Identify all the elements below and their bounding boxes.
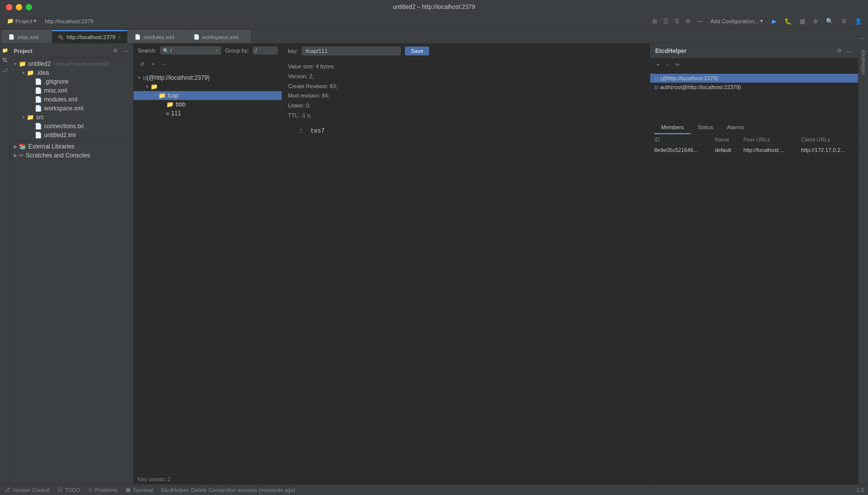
workspace-file-icon: 📄 xyxy=(35,105,42,112)
top-toolbar-left: 📁 Project ▾ http://localhost:2379 ⊞ ☰ ⇅ … xyxy=(4,17,705,26)
value-meta: Value size: 4 bytes; Version: 2; Create … xyxy=(282,59,650,124)
tab-modules[interactable]: 📄 modules.xml × xyxy=(128,30,187,43)
edit-conn-icon[interactable]: ✏ xyxy=(673,60,682,69)
debug-icon[interactable]: 🐛 xyxy=(782,17,794,26)
refresh-icon[interactable]: ↺ xyxy=(138,60,146,69)
version-control-btn[interactable]: ⎇ Version Control xyxy=(4,487,49,493)
tab-status[interactable]: Status xyxy=(691,121,720,134)
settings-gear-icon[interactable]: ⚙ xyxy=(839,17,849,26)
statusbar: ⎇ Version Control ☑ TODO ⚠ Problems ▣ Te… xyxy=(0,484,868,495)
add-key-icon[interactable]: + xyxy=(149,60,157,69)
sidebar-item-connections[interactable]: 📄 connections.txt xyxy=(10,122,133,131)
grid-icon[interactable]: ⊞ xyxy=(650,17,659,26)
key-input[interactable] xyxy=(302,47,401,55)
sidebar-label-iml: untitled2.iml xyxy=(44,132,76,139)
etcdhelper-settings-icon[interactable]: ⚙ xyxy=(836,47,843,54)
save-button[interactable]: Save xyxy=(405,47,429,55)
settings-icon[interactable]: ⚙ xyxy=(683,17,693,26)
sidebar: Project ⚙ — ▾ 📁 untitled2 ~/IdeaProjects… xyxy=(10,44,134,484)
tab-workspace-close[interactable]: × xyxy=(241,34,244,40)
etcdhelper-tab-icon[interactable]: EtcdHelper xyxy=(859,46,868,75)
etcd-label-lcap: lcap xyxy=(168,92,179,99)
problems-btn[interactable]: ⚠ Problems xyxy=(88,487,118,493)
tab-members[interactable]: Members xyxy=(654,121,691,134)
tabs-menu-icon[interactable]: ⋯ xyxy=(856,34,866,43)
tab-workspace[interactable]: 📄 workspace.xml × xyxy=(187,30,251,43)
remove-key-icon[interactable]: − xyxy=(160,60,167,69)
profile-icon[interactable]: ⊕ xyxy=(811,17,820,26)
value-content[interactable]: 1 tes7 xyxy=(282,124,650,484)
tab-modules-close[interactable]: × xyxy=(177,34,180,40)
etcd-item-lcap[interactable]: ▾ 📁 lcap xyxy=(134,91,282,100)
content-area: Search: 🔍 × Group by: ↺ + − xyxy=(134,44,868,484)
idea-arrow-icon: ▾ xyxy=(20,70,27,75)
search-input[interactable] xyxy=(170,48,216,53)
sidebar-item-modules-xml[interactable]: 📄 modules.xml xyxy=(10,95,133,104)
minus-icon[interactable]: — xyxy=(695,17,705,26)
sidebar-item-gitignore[interactable]: 📄 .gitignore xyxy=(10,77,133,86)
sidebar-item-untitled2-iml[interactable]: 📄 untitled2.iml xyxy=(10,131,133,140)
sidebar-gear-icon[interactable]: ⚙ xyxy=(112,47,119,54)
table-row[interactable]: 8e9e05c521646... default http://localhos… xyxy=(650,145,858,155)
conn-1-icon: ⊟ xyxy=(654,76,658,81)
sidebar-item-idea[interactable]: ▾ 📁 .idea xyxy=(10,68,133,77)
sidebar-label-ext-libs: External Libraries xyxy=(28,143,74,150)
git-icon-btn[interactable]: ⎇ xyxy=(0,65,9,74)
members-table: ID Name Peer URLs Client URLs 8e9e05c521… xyxy=(650,135,858,484)
etcdhelper-minus-icon[interactable]: — xyxy=(846,48,853,54)
maximize-button[interactable] xyxy=(26,4,32,10)
minimize-button[interactable] xyxy=(16,4,22,10)
sidebar-label-connections: connections.txt xyxy=(44,123,84,130)
search-icon[interactable]: 🔍 xyxy=(824,17,835,26)
project-icon-btn[interactable]: 📁 xyxy=(0,46,9,54)
remove-conn-icon[interactable]: − xyxy=(664,60,671,69)
sidebar-item-untitled2[interactable]: ▾ 📁 untitled2 ~/IdeaProjects/untitled2 xyxy=(10,59,133,68)
sidebar-header: Project ⚙ — xyxy=(10,44,133,58)
col-id: ID xyxy=(650,135,711,145)
sidebar-item-workspace-xml[interactable]: 📄 workspace.xml xyxy=(10,104,133,113)
sidebar-item-ext-libs[interactable]: ▶ 📚 External Libraries xyxy=(10,142,133,151)
tab-localhost-close[interactable]: × xyxy=(118,35,121,40)
scratches-icon: ✏ xyxy=(19,152,24,159)
sidebar-item-misc-xml[interactable]: 📄 misc.xml xyxy=(10,86,133,95)
add-conn-icon[interactable]: + xyxy=(654,60,662,69)
etcd-item-root-conn[interactable]: ▾ ⊟ (@http://localhost:2379) xyxy=(134,73,282,82)
coverage-icon[interactable]: ▦ xyxy=(798,17,807,26)
members-data-table: ID Name Peer URLs Client URLs 8e9e05c521… xyxy=(650,135,858,155)
terminal-btn[interactable]: ▣ Terminal xyxy=(126,487,153,493)
meta-ttl: TTL: -1 s; xyxy=(288,111,644,121)
chevron-down-icon-2: ▾ xyxy=(760,18,763,24)
connections-file-icon: 📄 xyxy=(35,123,42,130)
sidebar-minus-icon[interactable]: — xyxy=(122,47,129,54)
project-menu[interactable]: 📁 Project ▾ xyxy=(4,17,40,25)
tab-alarms[interactable]: Alarms xyxy=(720,121,751,134)
meta-lease: Lease: 0; xyxy=(288,101,644,111)
sidebar-item-src[interactable]: ▾ 📁 src xyxy=(10,113,133,122)
sort-icon[interactable]: ⇅ xyxy=(673,17,681,26)
run-icon[interactable]: ▶ xyxy=(770,17,778,26)
etcd-item-bbb[interactable]: 📁 bbb xyxy=(134,100,282,109)
meta-create-revision: Create Revision: 83; xyxy=(288,82,644,92)
search-clear-icon[interactable]: × xyxy=(216,48,219,53)
add-config-btn[interactable]: Add Configuration... ▾ xyxy=(708,17,766,25)
tab-localhost[interactable]: 🔌 http://localhost:2379 × xyxy=(51,30,128,43)
account-icon[interactable]: 👤 xyxy=(853,17,864,26)
conn-item-2[interactable]: ⊟ auth(root@http://localhost:22379) xyxy=(650,83,858,92)
todo-btn[interactable]: ☑ TODO xyxy=(57,487,80,493)
server-url-btn[interactable]: http://localhost:2379 xyxy=(42,17,96,25)
close-button[interactable] xyxy=(6,4,12,10)
tab-misc-close[interactable]: × xyxy=(42,34,45,40)
sidebar-label-untitled2: untitled2 xyxy=(28,60,50,67)
structure-icon-btn[interactable]: 🏗 xyxy=(0,55,9,64)
root-folder-arrow: ▾ xyxy=(144,84,150,89)
sidebar-divider xyxy=(10,141,133,141)
sidebar-item-scratches[interactable]: ▶ ✏ Scratches and Consoles xyxy=(10,151,133,160)
tab-misc[interactable]: 📄 misc.xml × xyxy=(2,30,51,43)
list-icon[interactable]: ☰ xyxy=(661,17,671,26)
ext-libs-icon: 📚 xyxy=(19,143,26,150)
conn-2-icon: ⊟ xyxy=(654,85,658,90)
etcd-item-111[interactable]: ≡ 111 xyxy=(134,109,282,118)
groupby-input[interactable] xyxy=(253,47,278,54)
etcd-item-root-folder[interactable]: ▾ 📁 xyxy=(134,82,282,91)
conn-item-1[interactable]: ⊟ (@http://localhost:2379) xyxy=(650,74,858,83)
